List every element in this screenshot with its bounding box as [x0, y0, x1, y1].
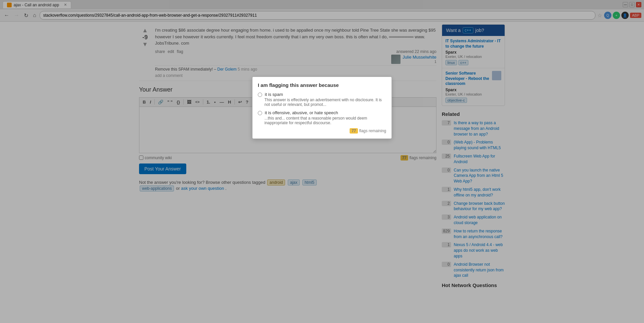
flag-offensive-desc: ...this and... content that a reasonable… — [258, 116, 386, 125]
flag-option-spam: it is spam This answer is effectively an… — [258, 92, 386, 107]
flag-option-offensive: it is offensive, abusive, or hate speech… — [258, 110, 386, 125]
flag-remaining-count: 77 — [350, 128, 358, 134]
flag-overlay: I am flagging this answer because it is … — [0, 0, 644, 291]
flag-offensive-text: it is offensive, abusive, or hate speech — [265, 110, 338, 115]
flag-spam-text: it is spam — [265, 92, 283, 97]
flag-spam-desc: This answer is effectively an advertisem… — [258, 98, 386, 107]
flag-offensive-label[interactable]: it is offensive, abusive, or hate speech — [258, 110, 386, 115]
flag-remaining-label: flags remaining — [359, 129, 386, 133]
flag-remaining-line: 77 flags remaining — [258, 129, 386, 133]
flag-dialog: I am flagging this answer because it is … — [252, 77, 392, 139]
flag-dialog-title: I am flagging this answer because — [258, 82, 386, 88]
flag-radio-spam[interactable] — [258, 93, 262, 97]
flag-spam-label[interactable]: it is spam — [258, 92, 386, 97]
flag-radio-offensive[interactable] — [258, 111, 262, 115]
